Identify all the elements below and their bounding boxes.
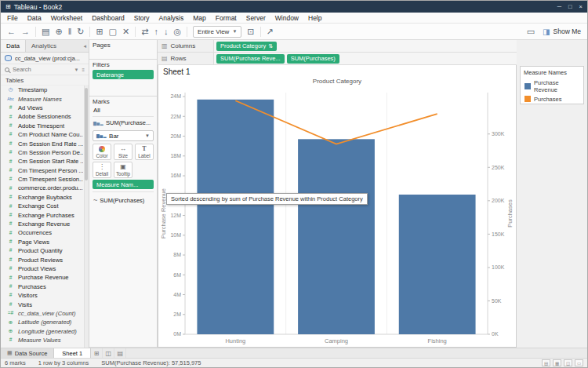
tab-data-source[interactable]: ▦ Data Source	[1, 348, 54, 358]
close-icon[interactable]: ×	[579, 3, 583, 10]
marks-section-purchases[interactable]: ~ SUM(Purchases)	[93, 195, 154, 206]
field-item[interactable]: #Product Quantity	[1, 246, 83, 255]
new-worksheet-icon[interactable]: ⊞	[96, 27, 103, 36]
tab-data[interactable]: Data	[1, 40, 26, 52]
color-button[interactable]: Color	[93, 144, 111, 160]
pause-updates-icon[interactable]: ‖	[68, 27, 72, 36]
field-item[interactable]: #Purchases	[1, 282, 83, 291]
detail-button[interactable]: ⋮Detail	[93, 162, 111, 178]
tab-sheet1[interactable]: Sheet 1	[54, 348, 91, 358]
undo-icon[interactable]: ←	[7, 27, 16, 36]
field-item[interactable]: #Visitors	[1, 291, 83, 300]
tooltip-button[interactable]: ▣Tooltip	[114, 162, 132, 178]
field-item[interactable]: #Cm Session Person De...	[1, 148, 83, 157]
field-item[interactable]: #Cm Timespent Session...	[1, 175, 83, 184]
x-axis-label[interactable]: Camping	[325, 337, 348, 344]
new-story-button[interactable]: ▤	[114, 348, 126, 358]
show-tabs-icon[interactable]: ▤	[542, 359, 550, 366]
presentation-mode-icon[interactable]: ▭	[527, 27, 535, 36]
sort-descending-icon[interactable]: ⇅	[268, 43, 273, 49]
bar-camping[interactable]	[298, 139, 375, 334]
duplicate-sheet-icon[interactable]: ▢	[109, 27, 117, 36]
x-axis-label[interactable]: Hunting	[225, 337, 245, 344]
marks-section-purchase-revenue[interactable]: ▇▅▂ SUM(Purchase...	[93, 116, 154, 129]
presentation-icon[interactable]: ▭	[575, 359, 583, 366]
legend-item[interactable]: Purchase Revenue	[521, 78, 583, 94]
new-worksheet-button[interactable]: ⊞	[91, 348, 103, 358]
tab-analytics[interactable]: Analytics	[26, 40, 62, 52]
highlight-icon[interactable]: ◎	[173, 27, 181, 36]
new-dashboard-button[interactable]: ◫	[103, 348, 114, 358]
fit-dropdown[interactable]: Entire View ▼	[193, 26, 241, 38]
measure-names-legend[interactable]: Measure Names Purchase RevenuePurchases	[520, 66, 584, 104]
field-item[interactable]: ⊕Latitude (generated)	[1, 318, 83, 326]
field-item[interactable]: ◷Timestamp	[1, 86, 83, 94]
field-item[interactable]: AbcMeasure Names	[1, 94, 83, 103]
filter-fields-icon[interactable]: ▼	[74, 67, 79, 72]
scrollbar-thumb[interactable]	[85, 88, 88, 180]
pill-measure-nam-[interactable]: Measure Nam...	[93, 180, 154, 189]
field-item[interactable]: #Cm Product Name Cou...	[1, 130, 83, 139]
field-item[interactable]: =#cc_data_view (Count)	[1, 309, 83, 318]
field-item[interactable]: #Adobe Sessionends	[1, 112, 83, 121]
field-item[interactable]: #Page Views	[1, 238, 83, 246]
marks-all-row[interactable]: All	[93, 105, 154, 116]
share-icon[interactable]: ↗	[267, 27, 274, 36]
run-updates-icon[interactable]: ↻	[77, 27, 84, 36]
field-item[interactable]: #Exchange Cost	[1, 202, 83, 210]
menu-help[interactable]: Help	[303, 14, 326, 22]
field-item[interactable]: #Cm Timespent Person ...	[1, 166, 83, 175]
x-axis-label[interactable]: Fishing	[428, 337, 447, 344]
menu-map[interactable]: Map	[188, 14, 211, 22]
field-item[interactable]: #Product Views	[1, 264, 83, 273]
field-item[interactable]: #Ad Views	[1, 104, 83, 112]
menu-data[interactable]: Data	[23, 14, 46, 22]
field-item[interactable]: #Visits	[1, 300, 83, 308]
field-item[interactable]: #Cm Session Start Rate ...	[1, 157, 83, 166]
maximize-icon[interactable]: □	[568, 3, 572, 10]
search-input[interactable]	[13, 66, 71, 73]
fix-axes-icon[interactable]: ⊡	[247, 27, 254, 36]
field-item[interactable]: #Cm Session End Rate ...	[1, 139, 83, 148]
minimize-icon[interactable]: ─	[557, 3, 561, 10]
show-sorter-icon[interactable]: ◫	[564, 359, 572, 366]
show-filmstrip-icon[interactable]: ▦	[553, 359, 561, 366]
sort-descending-icon[interactable]: ↓	[164, 27, 169, 36]
menu-analysis[interactable]: Analysis	[154, 14, 189, 22]
field-item[interactable]: #Exchange Revenue	[1, 220, 83, 228]
field-item[interactable]: #Occurrences	[1, 228, 83, 237]
menu-format[interactable]: Format	[211, 14, 241, 22]
menu-dashboard[interactable]: Dashboard	[87, 14, 129, 22]
size-button[interactable]: ↔Size	[114, 144, 132, 160]
pill-sum-purchase-reve-[interactable]: SUM(Purchase Reve...	[216, 54, 285, 64]
menu-file[interactable]: File	[2, 14, 23, 22]
field-item[interactable]: #Product Reviews	[1, 255, 83, 264]
label-button[interactable]: TLabel	[135, 144, 154, 160]
bar-hunting[interactable]	[197, 100, 274, 334]
redo-icon[interactable]: →	[21, 27, 30, 36]
legend-item[interactable]: Purchases	[521, 94, 583, 104]
add-data-icon[interactable]: ⊕	[55, 27, 62, 36]
scrollbar[interactable]	[84, 86, 89, 348]
sort-ascending-icon[interactable]: ↑	[154, 27, 158, 36]
menu-worksheet[interactable]: Worksheet	[46, 14, 87, 22]
field-item[interactable]: #Exchange Purchases	[1, 210, 83, 219]
bar-fishing[interactable]	[399, 195, 476, 334]
pill-product-category[interactable]: Product Category⇅	[216, 42, 277, 51]
clear-sheet-icon[interactable]: ✕	[122, 27, 129, 36]
field-item[interactable]: #Adobe Timespent	[1, 122, 83, 130]
pill-daterange[interactable]: Daterange	[93, 70, 154, 79]
collapse-panel-icon[interactable]: ◂	[81, 40, 89, 52]
data-source-connection[interactable]: cc_data_view (prod:cja...	[1, 53, 89, 64]
menu-story[interactable]: Story	[129, 14, 154, 22]
menu-server[interactable]: Server	[241, 14, 270, 22]
field-item[interactable]: #Purchase Revenue	[1, 273, 83, 282]
field-item[interactable]: #Measure Values	[1, 336, 83, 344]
mark-type-dropdown[interactable]: ▇▅▂ Bar ▼	[93, 130, 154, 141]
field-item[interactable]: #commerce.order.produ...	[1, 184, 83, 192]
field-item[interactable]: ⊕Longitude (generated)	[1, 327, 83, 336]
show-me-button[interactable]: ◨ Show Me	[543, 27, 581, 36]
pill-sum-purchases-[interactable]: SUM(Purchases)	[287, 54, 339, 64]
swap-axes-icon[interactable]: ⇄	[141, 27, 148, 36]
menu-window[interactable]: Window	[270, 14, 303, 22]
